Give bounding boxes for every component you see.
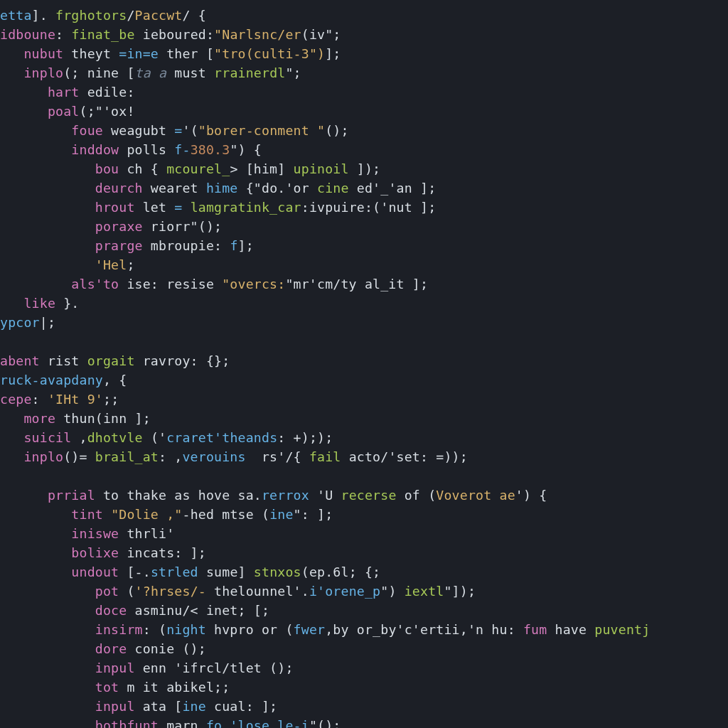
code-token: ta a xyxy=(135,65,167,80)
code-token: inpul xyxy=(95,699,135,714)
code-editor[interactable]: etta]. frghotors/Paccwt/ { idboune: fina… xyxy=(0,0,728,728)
code-token: deurch xyxy=(95,181,143,196)
code-token: mbroupie: xyxy=(143,238,230,253)
code-token: dhotvle xyxy=(87,430,143,445)
code-token: ine xyxy=(182,699,205,714)
code-line: prrial to thake as hove sa.rerrox 'U rec… xyxy=(0,488,547,503)
code-token: (); xyxy=(325,123,348,138)
code-token: ata [ xyxy=(135,699,183,714)
code-token: hrout xyxy=(95,200,135,215)
code-token: Voverot ae xyxy=(436,488,515,503)
code-token: (ep.6l; {; xyxy=(301,564,381,579)
code-token: : , xyxy=(159,449,182,464)
code-token: botbfunt xyxy=(95,718,159,728)
code-token: iextl xyxy=(405,584,444,599)
code-token: (;"'ox! xyxy=(80,104,135,119)
code-line: iniswe thrli' xyxy=(0,526,174,541)
code-line: inddow polls f-380.3") { xyxy=(0,142,262,157)
code-token: idboune xyxy=(0,27,55,42)
code-token: ]; xyxy=(325,46,341,61)
code-token: ;; xyxy=(103,392,119,407)
code-token: rist xyxy=(40,353,87,368)
code-token: "borer-conment " xyxy=(198,123,325,138)
code-token: poraxe xyxy=(95,219,143,234)
code-token: ") { xyxy=(230,142,262,157)
code-token: i'orene_p xyxy=(309,584,380,599)
code-line: abent rist orgait ravroy: {}; xyxy=(0,353,230,368)
code-token: "(); xyxy=(309,718,341,728)
code-token: edile: xyxy=(80,85,135,100)
code-token: '( xyxy=(182,123,198,138)
code-token: like xyxy=(23,296,55,311)
code-line: tot m it abikel;; xyxy=(0,680,230,695)
code-token: |; xyxy=(40,315,55,330)
code-token: , xyxy=(71,430,87,445)
code-token: theyt xyxy=(63,46,119,61)
code-line: ruck-avapdany, { xyxy=(0,373,127,387)
code-token: conie (); xyxy=(127,641,206,656)
code-line: doce asminu/< inet; [; xyxy=(0,603,269,618)
code-token: iniswe xyxy=(71,526,119,541)
code-line: idboune: finat_be ieboured:"Narlsnc/er(i… xyxy=(0,27,341,42)
code-token: let xyxy=(135,200,175,215)
code-line: inpul enn 'ifrcl/tlet (); xyxy=(0,660,294,675)
code-token: [-. xyxy=(119,564,151,579)
code-token: dore xyxy=(95,641,127,656)
code-token: Paccwt xyxy=(135,8,183,23)
code-token: insirm xyxy=(95,622,143,637)
code-token: incats: ]; xyxy=(119,545,206,560)
code-line: botbfunt marn fo.'lose_le-i"(); xyxy=(0,718,341,728)
code-token: 380.3 xyxy=(191,142,230,157)
code-line: inpul ata [ine cual: ]; xyxy=(0,699,277,714)
code-token: foue xyxy=(71,123,103,138)
code-token: {"do.'or xyxy=(238,181,318,196)
code-line: insirm: (night hvpro or (fwer,by or_by'c… xyxy=(0,622,650,637)
code-token: poal xyxy=(48,104,80,119)
code-token: tint xyxy=(71,507,103,522)
code-token: night xyxy=(166,622,206,637)
code-token: strled xyxy=(151,564,198,579)
code-token: craret'theands xyxy=(166,430,277,445)
code-token: (' xyxy=(143,430,166,445)
code-line: more thun(inn ]; xyxy=(0,411,151,426)
code-token: weagubt xyxy=(103,123,174,138)
code-token: inplo xyxy=(23,449,63,464)
code-token: "Narlsnc/er xyxy=(214,27,301,42)
code-token: =in=e xyxy=(119,46,159,61)
code-token: fo.'lose_le-i xyxy=(206,718,309,728)
code-token: : xyxy=(32,392,48,407)
code-token: puventj xyxy=(594,622,650,637)
code-line: hrout let = lamgratink_car:ivpuire:('nut… xyxy=(0,200,436,215)
code-token: "mr'cm/ty al_it ]; xyxy=(285,277,428,291)
code-token: ed'_'an ]; xyxy=(349,181,437,196)
code-token: "; xyxy=(285,65,301,80)
code-line: ypcor|; xyxy=(0,315,55,330)
code-token: rrainerdl xyxy=(214,65,285,80)
code-token: polls xyxy=(119,142,174,157)
code-token: stnxos xyxy=(254,564,301,579)
code-token: (iv"; xyxy=(301,27,341,42)
code-token: (; nine [ xyxy=(63,65,134,80)
code-token: = xyxy=(174,123,182,138)
code-token: ') { xyxy=(515,488,547,503)
code-token: ine xyxy=(269,507,293,522)
code-token: ravroy: {}; xyxy=(135,353,230,368)
code-token: tot xyxy=(95,680,119,695)
code-token: orgait xyxy=(87,353,135,368)
code-line: deurch wearet hime {"do.'or cine ed'_'an… xyxy=(0,181,436,196)
code-token: cual: ]; xyxy=(206,699,277,714)
code-token: brail_at xyxy=(95,449,159,464)
code-token: inplo xyxy=(23,65,63,80)
code-token: inddow xyxy=(71,142,119,157)
code-token: : ( xyxy=(143,622,166,637)
code-token xyxy=(103,507,111,522)
code-token: / { xyxy=(182,8,205,23)
code-token: abent xyxy=(0,353,40,368)
code-token: 'U xyxy=(309,488,341,503)
code-token: recerse xyxy=(341,488,396,503)
code-line: nubut theyt =in=e ther ["tro(culti-3")]; xyxy=(0,46,341,61)
code-line: inplo(; nine [ta a must rrainerdl"; xyxy=(0,65,301,80)
code-token: '?hrses/- xyxy=(135,584,206,599)
code-token: more xyxy=(23,411,55,426)
code-line: suicil ,dhotvle ('craret'theands: +);); xyxy=(0,430,333,445)
